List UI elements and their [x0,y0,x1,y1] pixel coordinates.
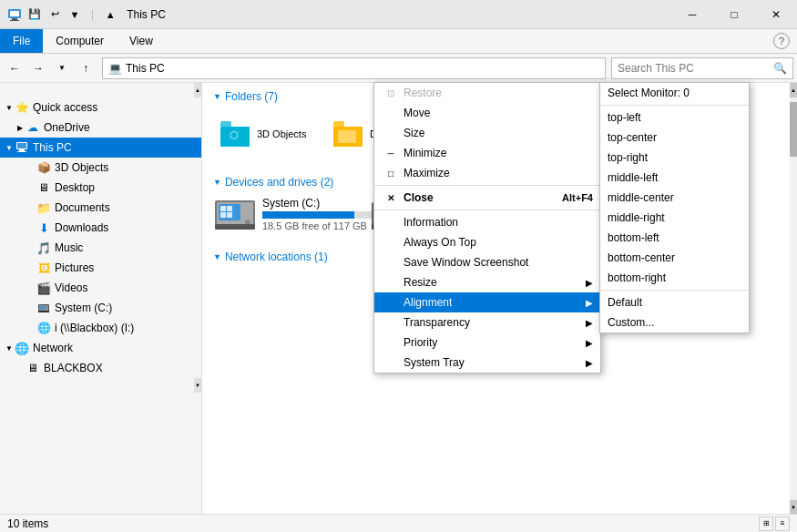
blackbox-drive-icon: 🌐 [36,321,51,335]
sidebar-item-this-pc[interactable]: ▼ This PC [0,138,201,158]
submenu-bottom-left[interactable]: bottom-left [600,228,749,248]
ctx-size[interactable]: Size [374,123,600,143]
maximize-button[interactable]: □ [713,0,755,29]
submenu-middle-center[interactable]: middle-center [600,188,749,208]
sidebar-item-documents[interactable]: 📁 Documents [0,198,201,218]
system-c-icon [36,301,51,315]
alignment-submenu: Select Monitor: 0 top-left top-center to… [599,82,750,333]
ctx-close[interactable]: ✕ Close Alt+F4 [374,188,600,208]
ctx-maximize[interactable]: □ Maximize [374,163,600,183]
submenu-top-right[interactable]: top-right [600,148,749,168]
view-list[interactable]: ≡ [775,517,790,531]
sidebar-item-3d-objects[interactable]: 📦 3D Objects [0,158,201,178]
scroll-down-arrow[interactable]: ▼ [790,500,797,515]
ctx-move[interactable]: Move [374,103,600,123]
search-input[interactable] [618,62,773,75]
ctx-alignment[interactable]: Alignment ▶ [374,292,600,312]
screenshot-icon [382,253,400,271]
blackbox-net-icon: 🖥 [26,361,40,375]
search-bar[interactable]: 🔍 [611,57,793,79]
drive-c-size: 18.5 GB free of 117 GB [262,220,372,231]
ctx-priority[interactable]: Priority ▶ [374,332,600,353]
sidebar-item-onedrive[interactable]: ▶ ☁ OneDrive [0,118,201,138]
sidebar-scroll-down[interactable]: ▼ [194,378,201,393]
sidebar-item-pictures[interactable]: 🖼 Pictures [0,258,201,278]
sidebar-item-quick-access[interactable]: ▼ ⭐ Quick access [0,97,201,118]
up-button[interactable]: ↑ [75,57,97,79]
help-button[interactable]: ? [773,33,790,49]
recent-locations-button[interactable]: ▼ [51,57,73,79]
submenu-middle-left[interactable]: middle-left [600,168,749,188]
submenu-middle-right[interactable]: middle-right [600,208,749,228]
drive-c-name: System (C:) [262,197,372,210]
videos-icon: 🎬 [36,281,51,295]
sidebar-item-desktop[interactable]: 🖥 Desktop [0,178,201,198]
drive-c-bar [262,211,354,219]
ctx-restore-label: Restore [404,87,593,99]
sidebar-item-label: System (C:) [55,302,112,314]
sidebar-item-music[interactable]: 🎵 Music [0,238,201,258]
ctx-system-tray[interactable]: System Tray ▶ [374,353,600,373]
submenu-top-center[interactable]: top-center [600,128,749,148]
submenu-bottom-right[interactable]: bottom-right [600,268,749,288]
ctx-minimize[interactable]: ─ Minimize [374,143,600,163]
qa-dropdown-button[interactable]: ▼ [66,5,84,24]
sidebar-item-label: BLACKBOX [44,362,103,374]
custom-label: Custom... [608,316,654,329]
drive-c-icon [213,196,257,232]
title-bar: 💾 ↩ ▼ | ▲ This PC ─ □ ✕ [0,0,797,29]
view-large-icons[interactable]: ⊞ [759,517,773,531]
submenu-custom[interactable]: Custom... [600,312,749,332]
ctx-transparency[interactable]: Transparency ▶ [374,312,600,332]
sidebar-item-blackbox-net[interactable]: 🖥 BLACKBOX [0,358,201,378]
sidebar-item-blackbox-drive[interactable]: 🌐 i (\\Blackbox) (I:) [0,318,201,338]
ctx-save-screenshot-label: Save Window Screenshot [404,256,593,269]
scroll-thumb[interactable] [790,102,797,157]
svg-rect-11 [40,306,45,309]
address-bar[interactable]: 💻 This PC [102,57,606,79]
content-scrollbar[interactable]: ▲ ▼ [790,83,797,515]
sidebar-scroll-up[interactable]: ▲ [194,83,201,97]
submenu-select-monitor: Select Monitor: 0 [600,83,749,103]
resize-icon [382,273,400,292]
middle-right-label: middle-right [608,211,665,224]
sidebar-item-network[interactable]: ▼ 🌐 Network [0,338,201,358]
minimize-button[interactable]: ─ [671,0,713,29]
sidebar-item-videos[interactable]: 🎬 Videos [0,278,201,298]
sidebar: ▲ ▼ ⭐ Quick access ▶ ☁ OneDrive ▼ [0,83,202,515]
svg-rect-6 [19,149,25,151]
svg-rect-1 [10,11,19,16]
quick-access-arrow: ▼ [4,102,15,113]
sidebar-item-downloads[interactable]: ⬇ Downloads [0,218,201,238]
folder-item-3d[interactable]: ⬡ 3D Objects [213,107,322,161]
forward-button[interactable]: → [27,57,49,79]
submenu-top-left[interactable]: top-left [600,107,749,128]
submenu-bottom-center[interactable]: bottom-center [600,248,749,268]
ctx-always-on-top[interactable]: Always On Top [374,232,600,252]
svg-rect-12 [38,311,49,312]
ctx-save-screenshot[interactable]: Save Window Screenshot [374,252,600,272]
tab-file[interactable]: File [0,29,43,53]
qa-save-button[interactable]: 💾 [26,5,44,24]
sidebar-item-system-c[interactable]: System (C:) [0,298,201,318]
transparency-icon [382,313,400,332]
context-menu: ⊡ Restore Move Size ─ Minimize □ Maximiz… [373,82,601,373]
ctx-resize[interactable]: Resize ▶ [374,272,600,292]
svg-rect-17 [227,206,232,211]
qa-undo-button[interactable]: ↩ [46,5,64,24]
submenu-default[interactable]: Default [600,292,749,312]
tab-view[interactable]: View [117,29,166,53]
back-button[interactable]: ← [4,57,26,79]
tab-computer[interactable]: Computer [43,29,117,53]
close-button[interactable]: ✕ [755,0,797,29]
scroll-track [790,97,797,500]
scroll-up-arrow[interactable]: ▲ [790,83,797,97]
bottom-left-label: bottom-left [608,231,659,244]
ctx-information[interactable]: Information [374,212,600,232]
ctx-restore[interactable]: ⊡ Restore [374,83,600,103]
folders-expand-arrow: ▼ [213,92,221,101]
alignment-icon [382,293,400,312]
svg-rect-3 [10,20,19,21]
drive-item-system-c[interactable]: System (C:) 18.5 GB free of 117 GB [213,192,359,236]
qa-ribbon-up-button[interactable]: ▲ [101,5,119,24]
